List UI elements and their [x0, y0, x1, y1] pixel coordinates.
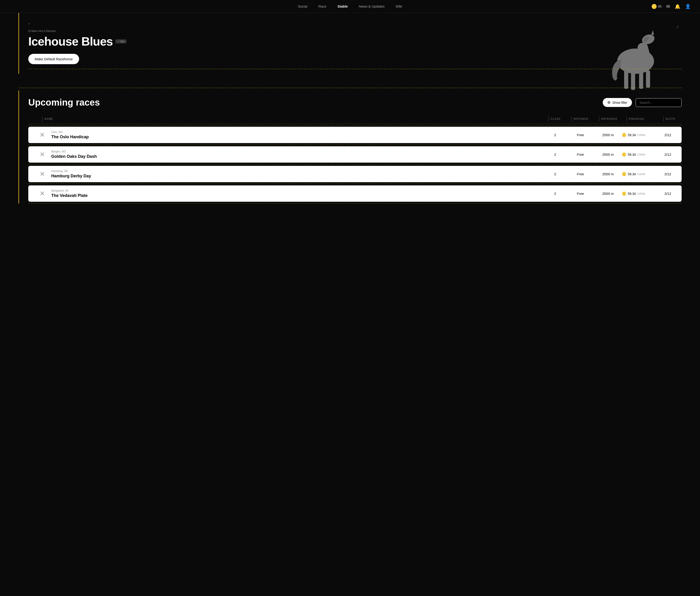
horse-subtitle: D-Man #ALA Demon	[28, 29, 682, 33]
remove-icon-2[interactable]: ✕	[33, 170, 51, 178]
race-entry-3: Free	[567, 192, 594, 196]
race-location-3: Bangalore, IN	[51, 189, 544, 192]
race-name-3: The Vedavati Plate	[51, 193, 544, 198]
race-slots-3: 2/12	[658, 192, 677, 196]
dashed-divider-3	[28, 183, 682, 184]
svg-marker-3	[651, 30, 654, 35]
table-row[interactable]: ✕ Oslo, NO The Oslo Handicap 2 Free 2500…	[28, 127, 682, 143]
race-location-0: Oslo, NO	[51, 130, 544, 134]
bell-icon-btn[interactable]: 🔔	[675, 4, 680, 9]
race-prize-2: 🪙 59.34 COINS	[622, 172, 658, 176]
table-header: NAME CLASS DISTANCE ENTRANCE FINANCIAL S…	[28, 115, 682, 124]
race-entry-1: Free	[567, 152, 594, 156]
horse-badge: ♂ 3yo	[116, 39, 126, 44]
svg-rect-6	[639, 70, 643, 89]
mail-icon: ✉	[666, 4, 670, 9]
race-distance-0: 2500 m	[594, 133, 622, 137]
col-header-empty	[28, 116, 42, 121]
back-arrow-icon: +	[28, 22, 30, 26]
race-name-1: Golden Oaks Day Dash	[51, 154, 544, 159]
table-row[interactable]: ✕ Bangalore, IN The Vedavati Plate 2 Fre…	[28, 185, 682, 202]
race-name-2: Hamburg Derby Day	[51, 174, 544, 178]
col-header-distance: DISTANCE	[571, 116, 599, 121]
prize-unit-2: COINS	[637, 173, 645, 175]
horse-title-row: Icehouse Blues ♂ 3yo	[28, 34, 682, 48]
svg-rect-7	[646, 70, 650, 88]
dashed-divider-0	[28, 125, 682, 125]
remove-icon-1[interactable]: ✕	[33, 151, 51, 158]
section-divider-top	[18, 88, 682, 88]
prize-amount-2: 59.34	[628, 172, 636, 176]
race-name-cell-1: Bergen, NO Golden Oaks Day Dash	[51, 150, 544, 159]
nav-stable[interactable]: Stable	[338, 4, 348, 8]
coin-icon-3: 🪙	[622, 191, 626, 196]
race-section-title: Upcoming races	[28, 97, 100, 108]
race-prize-3: 🪙 59.34 COINS	[622, 191, 658, 196]
navigation: Social Race Stable News & Updates Wiki 🪙…	[0, 0, 700, 13]
race-name-0: The Oslo Handicap	[51, 134, 544, 140]
dashed-divider-1	[28, 145, 682, 145]
nav-race[interactable]: Race	[318, 4, 326, 8]
dashed-divider-bottom	[28, 203, 682, 204]
race-entry-2: Free	[567, 172, 594, 176]
mail-icon-btn[interactable]: ✉	[666, 4, 670, 9]
nav-news[interactable]: News & Updates	[359, 4, 384, 8]
table-row[interactable]: ✕ Bergen, NO Golden Oaks Day Dash 2 Free…	[28, 146, 682, 163]
col-header-financial: FINANCIAL	[626, 116, 663, 121]
coins-indicator: 🪙 95	[651, 4, 661, 9]
coin-icon-1: 🪙	[622, 152, 626, 157]
hero-section: + D-Man #ALA Demon Icehouse Blues ♂ 3yo …	[18, 13, 682, 74]
nav-icons: 🪙 95 ✉ 🔔 👤	[651, 4, 691, 9]
col-header-entrance: ENTRANCE	[599, 116, 626, 121]
horse-name: Icehouse Blues	[28, 34, 113, 48]
show-filter-button[interactable]: ⚙ Show filter	[603, 98, 632, 107]
back-button[interactable]: +	[28, 22, 682, 26]
race-distance-2: 2500 m	[594, 172, 622, 176]
race-class-1: 2	[544, 152, 567, 156]
prize-amount-1: 59.34	[628, 153, 636, 156]
race-controls: ⚙ Show filter	[603, 98, 682, 107]
col-header-name: NAME	[42, 116, 548, 121]
race-name-cell-3: Bangalore, IN The Vedavati Plate	[51, 189, 544, 198]
race-name-cell-2: Humburg, DE Hamburg Derby Day	[51, 170, 544, 178]
race-location-1: Bergen, NO	[51, 150, 544, 153]
race-prize-1: 🪙 59.34 COINS	[622, 152, 658, 157]
prize-unit-3: COINS	[637, 192, 645, 195]
race-distance-1: 2500 m	[594, 152, 622, 156]
svg-rect-5	[631, 70, 635, 90]
filter-label: Show filter	[612, 101, 627, 104]
race-list: ✕ Oslo, NO The Oslo Handicap 2 Free 2500…	[28, 125, 682, 204]
race-slots-2: 2/12	[658, 172, 677, 176]
table-row[interactable]: ✕ Humburg, DE Hamburg Derby Day 2 Free 2…	[28, 166, 682, 182]
remove-icon-3[interactable]: ✕	[33, 190, 51, 197]
filter-icon: ⚙	[607, 100, 610, 105]
coin-icon-2: 🪙	[622, 172, 626, 176]
user-icon: 👤	[685, 4, 691, 9]
coin-icon-0: 🪙	[622, 133, 626, 137]
race-slots-0: 2/12	[658, 133, 677, 137]
race-entry-0: Free	[567, 133, 594, 137]
remove-icon-0[interactable]: ✕	[33, 131, 51, 139]
prize-unit-0: COINS	[637, 134, 645, 136]
make-default-button[interactable]: Make Default Racehorse	[28, 54, 79, 64]
race-location-2: Humburg, DE	[51, 170, 544, 173]
race-section: Upcoming races ⚙ Show filter NAME CLASS …	[18, 91, 682, 204]
col-header-slots: SLOTS	[663, 116, 682, 121]
nav-wiki[interactable]: Wiki	[396, 4, 402, 8]
expand-icon[interactable]: ⤢	[676, 24, 679, 29]
race-header-row: Upcoming races ⚙ Show filter	[28, 97, 682, 108]
race-distance-3: 2500 m	[594, 192, 622, 196]
col-header-class: CLASS	[548, 116, 571, 121]
coins-count: 95	[658, 5, 661, 8]
bell-icon: 🔔	[675, 4, 680, 9]
user-icon-btn[interactable]: 👤	[685, 4, 691, 9]
main-content: + D-Man #ALA Demon Icehouse Blues ♂ 3yo …	[0, 13, 700, 204]
race-class-3: 2	[544, 192, 567, 196]
search-input[interactable]	[635, 98, 682, 107]
race-name-cell-0: Oslo, NO The Oslo Handicap	[51, 130, 544, 140]
coins-icon: 🪙	[651, 4, 657, 9]
nav-social[interactable]: Social	[298, 4, 307, 8]
prize-amount-0: 59.34	[628, 133, 636, 137]
race-prize-0: 🪙 59.34 COINS	[622, 133, 658, 137]
horse-image	[603, 15, 668, 93]
